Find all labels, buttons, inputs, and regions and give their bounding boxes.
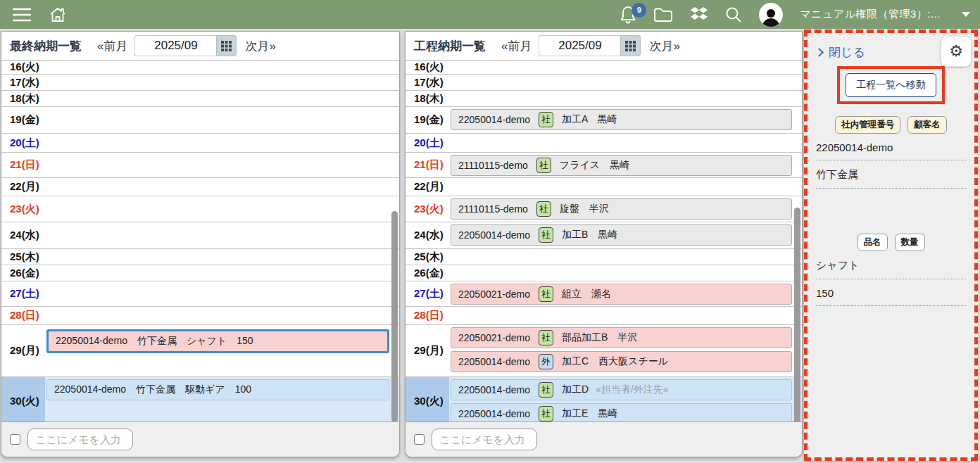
- day-cell[interactable]: 22050014-demo社加工B 黒崎: [449, 222, 802, 248]
- process-card[interactable]: 21110115-demo社旋盤 半沢: [451, 198, 792, 220]
- day-cell[interactable]: [449, 249, 802, 265]
- user-role-label[interactable]: マニュアル権限（管理3）:...: [800, 8, 941, 21]
- day-cell[interactable]: [45, 249, 399, 265]
- process-card[interactable]: 22050021-demo社組立 瀬名: [451, 284, 792, 305]
- day-cell[interactable]: 22050014-demo 竹下金属 駆動ギア 100: [45, 377, 399, 422]
- calendar-row: 16(火): [406, 61, 802, 75]
- panel-title: 工程納期一覧: [414, 38, 486, 54]
- calendar-row: 25(木): [1, 249, 399, 265]
- day-cell[interactable]: [45, 178, 399, 196]
- calendar-picker-icon[interactable]: [216, 35, 237, 56]
- calendar-row: 28(日): [1, 307, 399, 325]
- day-cell[interactable]: [45, 75, 399, 90]
- calendar-row: 17(水): [1, 75, 399, 91]
- process-card[interactable]: 22050014-demo社加工E 黒崎: [451, 403, 792, 422]
- process-card[interactable]: 21110115-demo社フライス 黒崎: [451, 155, 792, 176]
- day-cell[interactable]: [45, 61, 399, 74]
- day-cell[interactable]: [45, 307, 399, 324]
- control-number-value: 22050014-demo: [816, 141, 966, 160]
- order-id: 22050014-demo: [458, 114, 530, 125]
- day-cell[interactable]: [449, 91, 802, 106]
- day-cell[interactable]: [449, 178, 802, 196]
- order-id: 22050014-demo: [458, 229, 530, 241]
- process-text: 加工A 黒崎: [562, 113, 617, 126]
- dropbox-icon[interactable]: [690, 6, 708, 23]
- order-id: 21110115-demo: [458, 203, 528, 215]
- process-card[interactable]: 22050021-demo社部品加工B 半沢: [451, 327, 792, 348]
- day-cell[interactable]: 21110115-demo社フライス 黒崎: [449, 153, 802, 177]
- folder-icon[interactable]: [653, 7, 673, 23]
- process-card[interactable]: 22050014-demo社加工A 黒崎: [451, 109, 792, 130]
- day-cell[interactable]: [449, 265, 802, 281]
- go-to-process-list-button[interactable]: 工程一覧へ移動: [846, 73, 936, 97]
- date-label: 16(火): [406, 61, 449, 74]
- calendar-picker-icon[interactable]: [620, 35, 641, 56]
- day-cell[interactable]: 22050014-demo社加工A 黒崎: [449, 107, 802, 133]
- day-cell[interactable]: [449, 307, 802, 324]
- month-input[interactable]: [134, 35, 216, 56]
- date-label: 17(水): [406, 75, 449, 90]
- day-cell[interactable]: [45, 222, 399, 248]
- inhouse-badge: 社: [539, 227, 553, 243]
- day-cell[interactable]: 21110115-demo社旋盤 半沢: [449, 196, 802, 222]
- month-input[interactable]: [539, 35, 620, 56]
- home-icon[interactable]: [49, 6, 66, 23]
- day-cell[interactable]: 22050021-demo社組立 瀬名: [449, 281, 802, 306]
- delivery-card[interactable]: 22050014-demo 竹下金属 駆動ギア 100: [46, 379, 389, 400]
- prev-month-link[interactable]: «前月: [501, 38, 532, 54]
- date-label: 20(土): [1, 134, 45, 152]
- day-cell[interactable]: [45, 91, 399, 106]
- center-panel-scrollbar-thumb[interactable]: [794, 208, 800, 450]
- inhouse-badge: 社: [536, 201, 551, 217]
- process-card[interactable]: 22050014-demo外加工C 西大阪スチール: [451, 351, 792, 372]
- day-cell[interactable]: [45, 153, 399, 177]
- delivery-card[interactable]: 22050014-demo 竹下金属 シャフト 150: [46, 329, 389, 353]
- date-label: 24(水): [406, 222, 449, 248]
- next-month-link[interactable]: 次月»: [649, 38, 679, 54]
- day-cell[interactable]: [45, 107, 399, 133]
- day-cell[interactable]: [45, 196, 399, 222]
- memo-input[interactable]: [27, 429, 133, 450]
- process-delivery-header: 工程納期一覧 «前月 次月»: [406, 32, 802, 61]
- user-avatar[interactable]: [759, 3, 783, 27]
- left-panel-scrollbar-thumb[interactable]: [391, 211, 398, 422]
- close-label: 閉じる: [829, 44, 865, 61]
- memo-checkbox[interactable]: [10, 434, 20, 445]
- day-cell[interactable]: [45, 281, 399, 306]
- settings-gear-icon[interactable]: ⚙: [941, 36, 972, 67]
- day-cell[interactable]: 22050014-demo社加工D«担当者/外注先»22050014-demo社…: [449, 377, 802, 422]
- hamburger-menu-icon[interactable]: [13, 8, 31, 22]
- process-card[interactable]: 22050014-demo社加工B 黒崎: [451, 224, 792, 246]
- date-label: 18(木): [1, 91, 45, 106]
- next-month-link[interactable]: 次月»: [245, 38, 275, 54]
- memo-bar: [406, 421, 802, 457]
- item-name-tag: 品名: [857, 234, 888, 251]
- memo-input[interactable]: [432, 429, 537, 450]
- prev-month-link[interactable]: «前月: [97, 38, 127, 54]
- customer-name-tag: 顧客名: [907, 116, 947, 134]
- calendar-row: 30(火)22050014-demo 竹下金属 駆動ギア 100: [1, 377, 399, 422]
- day-cell[interactable]: [449, 75, 802, 90]
- notification-count-badge: 9: [632, 3, 646, 18]
- process-text: 旋盤 半沢: [560, 203, 609, 215]
- chevron-right-icon: [815, 48, 824, 57]
- calendar-row: 24(水): [1, 222, 399, 249]
- notifications-bell-icon[interactable]: 9: [620, 6, 636, 24]
- quantity-tag: 数量: [895, 234, 925, 251]
- day-cell[interactable]: [45, 134, 399, 152]
- inhouse-badge: 社: [539, 286, 553, 302]
- day-cell[interactable]: 22050014-demo 竹下金属 シャフト 150: [45, 325, 399, 376]
- day-cell[interactable]: [449, 134, 802, 152]
- chevron-down-icon[interactable]: [962, 12, 970, 17]
- date-label: 25(木): [1, 249, 45, 265]
- process-card[interactable]: 22050014-demo社加工D«担当者/外注先»: [451, 379, 792, 400]
- day-cell[interactable]: [45, 265, 399, 281]
- memo-checkbox[interactable]: [414, 434, 425, 445]
- date-label: 27(土): [406, 281, 449, 306]
- day-cell[interactable]: 22050021-demo社部品加工B 半沢22050014-demo外加工C …: [449, 325, 802, 376]
- calendar-row: 20(土): [406, 134, 802, 153]
- inhouse-badge: 社: [539, 330, 553, 345]
- search-icon[interactable]: [725, 6, 742, 23]
- calendar-row: 22(月): [1, 178, 399, 196]
- day-cell[interactable]: [449, 61, 802, 74]
